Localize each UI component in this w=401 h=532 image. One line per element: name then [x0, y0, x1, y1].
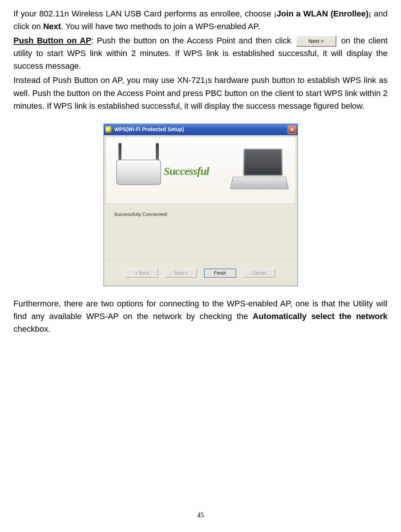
close-button[interactable] — [288, 126, 296, 134]
para1-post: . You will have two methods to join a WP… — [61, 22, 260, 31]
success-message: Successfully Connected! — [114, 211, 167, 217]
push-button-heading: Push Button on AP — [13, 36, 91, 45]
app-icon — [105, 126, 112, 133]
laptop-keyboard — [229, 177, 289, 189]
para1-bold2: Next — [43, 22, 61, 31]
close-icon — [290, 128, 294, 132]
laptop-screen — [243, 148, 283, 176]
finish-button[interactable]: Finish — [204, 269, 236, 278]
wps-illustration: Successful — [105, 137, 296, 204]
wps-dialog-screenshot: WPS(Wi-Fi Protected Setup) Successful — [104, 124, 298, 286]
para3-post: checkbox. — [13, 324, 50, 334]
dialog-title: WPS(Wi-Fi Protected Setup) — [114, 126, 288, 134]
wps-dialog: WPS(Wi-Fi Protected Setup) Successful — [104, 124, 298, 286]
paragraph-2: Push Button on AP: Push the button on th… — [13, 34, 388, 72]
paragraph-2b: Instead of Push Button on AP, you may us… — [13, 74, 388, 112]
successful-script: Successful — [164, 163, 209, 180]
para1-bold1: Join a WLAN (Enrollee) — [277, 9, 368, 18]
para2-pre: : Push the button on the Access Point an… — [91, 36, 294, 45]
titlebar: WPS(Wi-Fi Protected Setup) — [104, 124, 297, 135]
wizard-buttons: < Back Next > Finish Cancel — [105, 260, 296, 284]
dialog-body: Successful Successfully Connected! < Bac… — [104, 135, 297, 286]
dialog-content: Successfully Connected! — [105, 204, 296, 260]
router-icon — [116, 160, 161, 185]
next-button[interactable]: Next > — [165, 269, 197, 278]
para2-post2: Instead of Push Button on AP, you may us… — [13, 75, 388, 110]
laptop-icon — [228, 148, 288, 193]
inline-next-button-image: Next > — [296, 35, 336, 47]
para3-bold: Automatically select the network — [253, 312, 388, 321]
paragraph-3: Furthermore, there are two options for c… — [13, 297, 388, 335]
cancel-button[interactable]: Cancel — [243, 269, 275, 278]
paragraph-1: If your 802.11n Wireless LAN USB Card pe… — [13, 7, 388, 33]
back-button[interactable]: < Back — [126, 269, 158, 278]
para1-pre: If your 802.11n Wireless LAN USB Card pe… — [13, 9, 277, 18]
page-number: 45 — [0, 510, 401, 521]
